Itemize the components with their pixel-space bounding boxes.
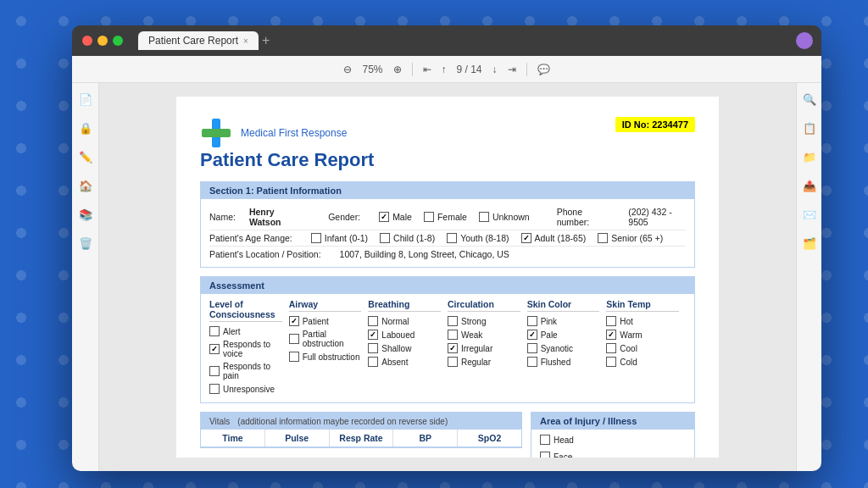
sidebar-icon-home[interactable]: 🏠	[76, 176, 95, 195]
vitals-col-pulse: Pulse	[265, 430, 330, 446]
age-infant-checkbox[interactable]	[311, 233, 321, 243]
comment-icon[interactable]: 💬	[537, 64, 550, 75]
vitals-col-spo2: SpO2	[458, 430, 521, 446]
gender-male: Male	[379, 212, 412, 222]
shallow-checkbox[interactable]	[368, 343, 378, 353]
head-checkbox[interactable]	[540, 435, 550, 445]
assess-alert: Alert	[209, 326, 282, 336]
zoom-in-button[interactable]: ⊕	[393, 64, 402, 75]
section1-patient-info: Section 1: Patient Information Name: Hen…	[200, 181, 695, 268]
vitals-header: Vitals (additional information maybe rec…	[201, 413, 521, 430]
new-tab-button[interactable]: +	[262, 33, 270, 48]
sidebar-search-icon[interactable]: 🔍	[800, 90, 819, 108]
head-label: Head	[554, 435, 574, 445]
weak-checkbox[interactable]	[448, 330, 458, 340]
section-assessment: Assessment Level of Consciousness Alert	[200, 276, 695, 403]
gender-female-checkbox[interactable]	[424, 212, 434, 222]
right-sidebar: 🔍 📋 📁 📤 ✉️ 🗂️	[796, 83, 821, 471]
close-button[interactable]	[82, 36, 92, 46]
irregular-checkbox[interactable]	[448, 343, 458, 353]
cold-checkbox[interactable]	[606, 357, 616, 367]
title-bar: Patient Care Report × +	[72, 25, 821, 56]
sidebar-icon-edit[interactable]: ✏️	[76, 147, 95, 166]
normal-checkbox[interactable]	[368, 316, 378, 326]
full-obs-label: Full obstruction	[303, 352, 360, 362]
absent-checkbox[interactable]	[368, 357, 378, 367]
gender-unknown: Unknown	[479, 212, 530, 222]
vitals-section: Vitals (additional information maybe rec…	[200, 412, 522, 458]
pale-checkbox[interactable]	[527, 330, 537, 340]
nav-prev-icon[interactable]: ↑	[442, 64, 447, 75]
hot-checkbox[interactable]	[606, 316, 616, 326]
nav-next-icon[interactable]: ↓	[492, 64, 498, 75]
assess-irregular: Irregular	[448, 343, 520, 353]
sidebar-icon-bookmarks[interactable]: 📚	[76, 205, 95, 224]
face-checkbox[interactable]	[540, 452, 550, 458]
age-checkboxes: Infant (0-1) Child (1-8) Youth (8-18)	[311, 233, 663, 243]
partial-obs-checkbox[interactable]	[289, 334, 299, 344]
pink-checkbox[interactable]	[527, 316, 537, 326]
age-child-checkbox[interactable]	[380, 233, 390, 243]
assess-laboued: Laboued	[368, 330, 441, 340]
vitals-table-header: Time Pulse Resp Rate BP SpO2	[201, 430, 521, 447]
injury-header: Area of Injury / Illness	[531, 413, 694, 430]
tab-close-button[interactable]: ×	[243, 36, 248, 46]
sidebar-icon-document[interactable]: 📄	[76, 90, 95, 108]
alert-checkbox[interactable]	[209, 326, 220, 336]
injury-section: Area of Injury / Illness Head Face	[531, 412, 695, 458]
responds-voice-checkbox[interactable]	[209, 344, 220, 354]
sidebar-icon-trash[interactable]: 🗑️	[76, 234, 95, 252]
nav-last-icon[interactable]: ⇥	[508, 64, 516, 75]
gender-checkboxes: Male Female Unknown	[379, 212, 530, 222]
shallow-label: Shallow	[381, 344, 411, 353]
zoom-out-button[interactable]: ⊖	[343, 64, 352, 75]
sidebar-archive-icon[interactable]: 🗂️	[800, 234, 819, 252]
age-senior-label: Senior (65 +)	[611, 233, 663, 243]
assess-absent: Absent	[368, 357, 441, 367]
flushed-checkbox[interactable]	[527, 357, 537, 367]
age-senior-checkbox[interactable]	[598, 233, 608, 243]
patient-label: Patient	[303, 317, 329, 326]
responds-pain-checkbox[interactable]	[209, 366, 220, 376]
cool-checkbox[interactable]	[606, 343, 616, 353]
sidebar-mail-icon[interactable]: ✉️	[800, 205, 819, 224]
gender-male-checkbox[interactable]	[379, 212, 389, 222]
vitals-title: Vitals	[209, 417, 230, 426]
gender-unknown-checkbox[interactable]	[479, 212, 489, 222]
minimize-button[interactable]	[97, 36, 108, 46]
responds-voice-label: Responds to voice	[223, 340, 282, 358]
assess-weak: Weak	[448, 330, 520, 340]
left-sidebar: 📄 🔒 ✏️ 🏠 📚 🗑️	[72, 83, 99, 471]
assess-full-obs: Full obstruction	[289, 352, 362, 362]
patient-checkbox[interactable]	[289, 316, 299, 326]
sidebar-clipboard-icon[interactable]: 📋	[800, 119, 819, 137]
fullscreen-button[interactable]	[113, 36, 123, 46]
regular-checkbox[interactable]	[448, 357, 458, 367]
vitals-note: (additional information maybe recorded o…	[237, 417, 448, 426]
sidebar-upload-icon[interactable]: 📤	[800, 176, 819, 195]
age-youth-checkbox[interactable]	[447, 233, 457, 243]
full-obs-checkbox[interactable]	[289, 352, 299, 362]
age-adult-checkbox[interactable]	[521, 233, 531, 243]
assess-flushed: Flushed	[527, 357, 600, 367]
nav-first-icon[interactable]: ⇤	[423, 64, 431, 75]
assess-pale: Pale	[527, 330, 600, 340]
sidebar-folder-icon[interactable]: 📁	[800, 147, 819, 166]
age-infant: Infant (0-1)	[311, 233, 368, 243]
section1-content: Name: Henry Watson Gender: Male	[201, 199, 694, 267]
unresponsive-checkbox[interactable]	[209, 384, 220, 394]
age-youth-label: Youth (8-18)	[460, 233, 509, 243]
document-title: Patient Care Report	[200, 149, 374, 171]
sidebar-icon-lock[interactable]: 🔒	[76, 119, 95, 137]
skin-temp-title: Skin Temp	[606, 299, 679, 312]
traffic-lights	[82, 36, 123, 46]
strong-checkbox[interactable]	[448, 316, 458, 326]
warm-checkbox[interactable]	[606, 330, 616, 340]
age-label: Patient's Age Range:	[209, 233, 292, 243]
toolbar-divider	[412, 63, 413, 76]
normal-label: Normal	[381, 317, 409, 326]
syanotic-checkbox[interactable]	[527, 343, 537, 353]
laboued-checkbox[interactable]	[368, 330, 378, 340]
assess-shallow: Shallow	[368, 343, 441, 353]
browser-tab[interactable]: Patient Care Report ×	[138, 31, 259, 50]
